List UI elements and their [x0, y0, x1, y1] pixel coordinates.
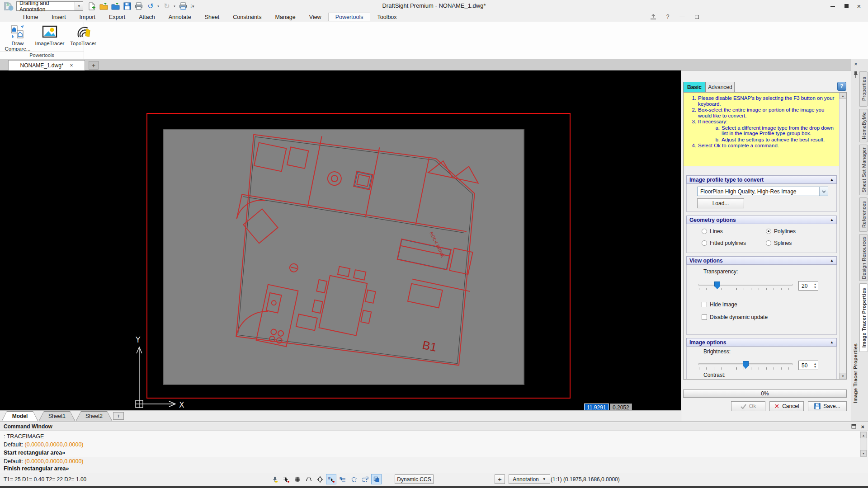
slider-track[interactable]: [698, 284, 793, 286]
new-file-button[interactable]: [87, 1, 97, 11]
tab-attach[interactable]: Attach: [132, 13, 161, 21]
imagetracer-button[interactable]: ImageTracer: [33, 24, 67, 46]
radio-polylines[interactable]: Polylines: [766, 228, 796, 235]
brightness-spinbox[interactable]: 50 ▲▼: [798, 361, 818, 370]
radio-fitted-polylines[interactable]: Fitted polylines: [702, 240, 746, 246]
annotation-scale-dropdown[interactable]: Annotation ▼: [509, 474, 550, 484]
image-profile-dropdown[interactable]: FloorPlan High Quality, High-Res Image: [697, 187, 828, 196]
tab-constraints[interactable]: Constraints: [226, 13, 268, 21]
command-history[interactable]: : TRACEIMAGE Default: (0.0000,0.0000,0.0…: [0, 431, 868, 457]
spin-arrows-icon[interactable]: ▲▼: [814, 362, 816, 369]
tab-advanced[interactable]: Advanced: [706, 82, 735, 92]
toggle-entity-snap-region-button[interactable]: [349, 474, 359, 484]
brightness-slider[interactable]: [698, 360, 793, 371]
tab-annotate[interactable]: Annotate: [162, 13, 198, 21]
tab-export[interactable]: Export: [102, 13, 132, 21]
section-view-header[interactable]: View options▲: [686, 256, 837, 265]
radio-splines[interactable]: Splines: [766, 240, 792, 246]
toggle-snap-button[interactable]: [269, 474, 280, 484]
tab-sheet[interactable]: Sheet: [198, 13, 226, 21]
tab-toolbox[interactable]: Toolbox: [370, 13, 403, 21]
chevron-down-icon[interactable]: ▾: [75, 2, 83, 10]
print-button[interactable]: [134, 1, 144, 11]
toggle-selection-cycling-button[interactable]: [371, 474, 382, 484]
palette-tab-homebyme[interactable]: HomeByMe: [859, 109, 868, 142]
open-file-button[interactable]: [99, 1, 108, 11]
undo-history-chevron-icon[interactable]: ▾: [156, 1, 160, 11]
command-history-scrollbar[interactable]: ▲ ▼: [860, 432, 867, 457]
scroll-down-icon[interactable]: ▼: [840, 373, 846, 379]
palette-tab-properties[interactable]: Properties: [859, 71, 868, 107]
minimize-button[interactable]: [826, 2, 839, 10]
minimize-ribbon-icon[interactable]: —: [678, 13, 686, 20]
tab-home[interactable]: Home: [16, 13, 45, 21]
new-document-tab-button[interactable]: +: [89, 61, 99, 70]
dynamic-ccs-button[interactable]: Dynamic CCS: [395, 474, 434, 484]
add-sheet-button[interactable]: +: [113, 412, 124, 420]
scroll-down-icon[interactable]: ▼: [860, 450, 867, 456]
undo-button[interactable]: ↺: [146, 1, 156, 11]
disable-dynamic-update-checkbox[interactable]: Disable dynamic update: [702, 314, 768, 320]
radio-lines[interactable]: Lines: [702, 228, 723, 235]
sheet-tab-sheet2[interactable]: Sheet2: [76, 411, 112, 421]
drawing-canvas[interactable]: B1 ROCK DRIVE Y X 11.9291 0.2052: [0, 70, 684, 410]
scroll-up-icon[interactable]: ▲: [860, 432, 867, 438]
panel-help-button[interactable]: ?: [837, 82, 846, 91]
hide-image-checkbox[interactable]: Hide image: [702, 301, 737, 308]
add-status-item-button[interactable]: +: [495, 474, 505, 484]
panel-scrollbar[interactable]: ▲ ▼: [839, 93, 846, 379]
batch-print-button[interactable]: [178, 1, 188, 11]
command-window-titlebar[interactable]: Command Window ×: [0, 422, 868, 431]
command-prompt[interactable]: Default: (0.0000,0.0000,0.0000) Finish r…: [0, 457, 868, 473]
document-tab-close-icon[interactable]: ×: [70, 62, 73, 69]
help-icon[interactable]: ?: [664, 13, 672, 20]
section-image-options-header[interactable]: Image options▲: [686, 338, 837, 347]
share-icon[interactable]: [649, 13, 657, 20]
draw-compare-button[interactable]: Draw Compare...: [4, 24, 32, 52]
section-geometry-header[interactable]: Geometry options▲: [686, 216, 837, 224]
toggle-ortho-button[interactable]: [303, 474, 314, 484]
redo-button[interactable]: ↻: [162, 1, 172, 11]
customize-toolbar-button[interactable]: ᎒▾: [190, 1, 194, 11]
section-image-profile-header[interactable]: Image profile type to convert▲: [686, 175, 837, 184]
redo-history-chevron-icon[interactable]: ▾: [172, 1, 177, 11]
collapse-icon[interactable]: ▲: [830, 258, 834, 263]
toggle-etrack-button[interactable]: E: [337, 474, 348, 484]
document-tab-active[interactable]: NONAME_1.dwg* ×: [8, 60, 85, 70]
load-profile-button[interactable]: Load...: [697, 198, 744, 208]
collapse-icon[interactable]: ▲: [830, 178, 834, 182]
open-recent-button[interactable]: [110, 1, 120, 11]
toggle-dynamic-input-button[interactable]: [360, 474, 370, 484]
toggle-polar-button[interactable]: [315, 474, 325, 484]
sheet-tab-sheet1[interactable]: Sheet1: [39, 411, 75, 421]
toggle-esnap-button[interactable]: E: [326, 474, 336, 484]
cancel-button[interactable]: ✕ Cancel: [769, 401, 804, 411]
command-window-float-icon[interactable]: [851, 424, 856, 430]
command-window-close-icon[interactable]: ×: [861, 423, 864, 430]
workspace-selector[interactable]: Drafting and Annotation ▾: [16, 1, 83, 11]
transparency-slider[interactable]: [698, 281, 793, 291]
maximize-button[interactable]: [840, 2, 853, 10]
sheet-tab-model[interactable]: Model: [2, 411, 38, 421]
spin-arrows-icon[interactable]: ▲▼: [814, 283, 816, 289]
tab-manage[interactable]: Manage: [269, 13, 302, 21]
scroll-up-icon[interactable]: ▲: [840, 93, 846, 99]
chevron-down-icon[interactable]: [819, 187, 828, 196]
palette-tab-image-tracer-properties[interactable]: Image Tracer Properties: [859, 283, 868, 352]
toggle-grid-button[interactable]: [292, 474, 302, 484]
palette-tab-design-resources[interactable]: Design Resources: [859, 234, 868, 281]
tab-basic[interactable]: Basic: [683, 82, 706, 92]
collapse-icon[interactable]: ▲: [830, 218, 834, 222]
tab-view[interactable]: View: [302, 13, 328, 21]
palette-tab-references[interactable]: References: [859, 197, 868, 232]
topotracer-button[interactable]: TopoTracer: [67, 24, 99, 46]
save-button[interactable]: [122, 1, 132, 11]
toggle-grid-snap-button[interactable]: [281, 474, 291, 484]
panel-close-icon[interactable]: ×: [853, 61, 859, 67]
tab-powertools[interactable]: Powertools: [328, 13, 371, 21]
collapse-icon[interactable]: ▲: [830, 340, 834, 344]
ok-button[interactable]: Ok: [731, 401, 765, 411]
pin-ribbon-icon[interactable]: [693, 13, 701, 20]
panel-pin-icon[interactable]: [853, 71, 859, 80]
close-button[interactable]: ×: [853, 2, 865, 10]
